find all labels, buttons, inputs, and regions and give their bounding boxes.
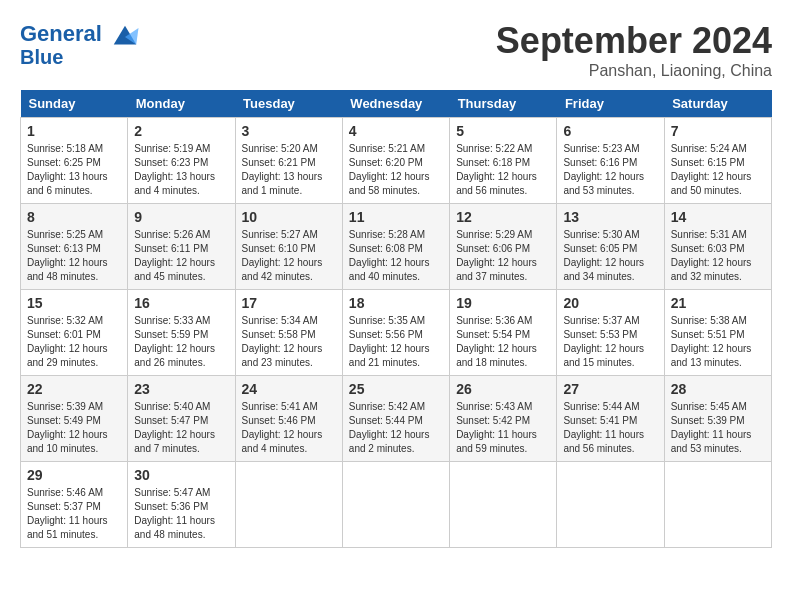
day-number: 9 xyxy=(134,209,228,225)
table-row: 15Sunrise: 5:32 AMSunset: 6:01 PMDayligh… xyxy=(21,290,128,376)
table-row: 12Sunrise: 5:29 AMSunset: 6:06 PMDayligh… xyxy=(450,204,557,290)
day-number: 29 xyxy=(27,467,121,483)
calendar-week-5: 29Sunrise: 5:46 AMSunset: 5:37 PMDayligh… xyxy=(21,462,772,548)
day-number: 11 xyxy=(349,209,443,225)
table-row: 21Sunrise: 5:38 AMSunset: 5:51 PMDayligh… xyxy=(664,290,771,376)
day-info: Sunrise: 5:47 AMSunset: 5:36 PMDaylight:… xyxy=(134,486,228,542)
day-number: 30 xyxy=(134,467,228,483)
day-info: Sunrise: 5:35 AMSunset: 5:56 PMDaylight:… xyxy=(349,314,443,370)
table-row: 13Sunrise: 5:30 AMSunset: 6:05 PMDayligh… xyxy=(557,204,664,290)
day-info: Sunrise: 5:23 AMSunset: 6:16 PMDaylight:… xyxy=(563,142,657,198)
day-number: 21 xyxy=(671,295,765,311)
day-info: Sunrise: 5:42 AMSunset: 5:44 PMDaylight:… xyxy=(349,400,443,456)
col-saturday: Saturday xyxy=(664,90,771,118)
table-row: 6Sunrise: 5:23 AMSunset: 6:16 PMDaylight… xyxy=(557,118,664,204)
day-number: 28 xyxy=(671,381,765,397)
table-row xyxy=(557,462,664,548)
table-row: 8Sunrise: 5:25 AMSunset: 6:13 PMDaylight… xyxy=(21,204,128,290)
header-row: Sunday Monday Tuesday Wednesday Thursday… xyxy=(21,90,772,118)
day-number: 8 xyxy=(27,209,121,225)
day-number: 27 xyxy=(563,381,657,397)
col-monday: Monday xyxy=(128,90,235,118)
table-row: 22Sunrise: 5:39 AMSunset: 5:49 PMDayligh… xyxy=(21,376,128,462)
day-info: Sunrise: 5:39 AMSunset: 5:49 PMDaylight:… xyxy=(27,400,121,456)
calendar-week-1: 1Sunrise: 5:18 AMSunset: 6:25 PMDaylight… xyxy=(21,118,772,204)
day-info: Sunrise: 5:32 AMSunset: 6:01 PMDaylight:… xyxy=(27,314,121,370)
day-info: Sunrise: 5:28 AMSunset: 6:08 PMDaylight:… xyxy=(349,228,443,284)
col-tuesday: Tuesday xyxy=(235,90,342,118)
table-row: 24Sunrise: 5:41 AMSunset: 5:46 PMDayligh… xyxy=(235,376,342,462)
logo: General Blue xyxy=(20,20,140,68)
table-row: 1Sunrise: 5:18 AMSunset: 6:25 PMDaylight… xyxy=(21,118,128,204)
day-number: 16 xyxy=(134,295,228,311)
table-row xyxy=(235,462,342,548)
table-row: 17Sunrise: 5:34 AMSunset: 5:58 PMDayligh… xyxy=(235,290,342,376)
day-info: Sunrise: 5:44 AMSunset: 5:41 PMDaylight:… xyxy=(563,400,657,456)
month-title: September 2024 xyxy=(496,20,772,62)
table-row: 29Sunrise: 5:46 AMSunset: 5:37 PMDayligh… xyxy=(21,462,128,548)
col-thursday: Thursday xyxy=(450,90,557,118)
day-number: 6 xyxy=(563,123,657,139)
day-info: Sunrise: 5:45 AMSunset: 5:39 PMDaylight:… xyxy=(671,400,765,456)
table-row: 4Sunrise: 5:21 AMSunset: 6:20 PMDaylight… xyxy=(342,118,449,204)
day-number: 20 xyxy=(563,295,657,311)
day-number: 3 xyxy=(242,123,336,139)
table-row: 20Sunrise: 5:37 AMSunset: 5:53 PMDayligh… xyxy=(557,290,664,376)
day-info: Sunrise: 5:27 AMSunset: 6:10 PMDaylight:… xyxy=(242,228,336,284)
day-info: Sunrise: 5:25 AMSunset: 6:13 PMDaylight:… xyxy=(27,228,121,284)
day-number: 13 xyxy=(563,209,657,225)
table-row: 10Sunrise: 5:27 AMSunset: 6:10 PMDayligh… xyxy=(235,204,342,290)
table-row: 5Sunrise: 5:22 AMSunset: 6:18 PMDaylight… xyxy=(450,118,557,204)
day-info: Sunrise: 5:21 AMSunset: 6:20 PMDaylight:… xyxy=(349,142,443,198)
day-info: Sunrise: 5:37 AMSunset: 5:53 PMDaylight:… xyxy=(563,314,657,370)
table-row: 11Sunrise: 5:28 AMSunset: 6:08 PMDayligh… xyxy=(342,204,449,290)
day-info: Sunrise: 5:41 AMSunset: 5:46 PMDaylight:… xyxy=(242,400,336,456)
day-info: Sunrise: 5:33 AMSunset: 5:59 PMDaylight:… xyxy=(134,314,228,370)
day-info: Sunrise: 5:38 AMSunset: 5:51 PMDaylight:… xyxy=(671,314,765,370)
day-number: 17 xyxy=(242,295,336,311)
day-info: Sunrise: 5:46 AMSunset: 5:37 PMDaylight:… xyxy=(27,486,121,542)
table-row: 2Sunrise: 5:19 AMSunset: 6:23 PMDaylight… xyxy=(128,118,235,204)
calendar-week-4: 22Sunrise: 5:39 AMSunset: 5:49 PMDayligh… xyxy=(21,376,772,462)
day-info: Sunrise: 5:22 AMSunset: 6:18 PMDaylight:… xyxy=(456,142,550,198)
table-row: 19Sunrise: 5:36 AMSunset: 5:54 PMDayligh… xyxy=(450,290,557,376)
day-info: Sunrise: 5:43 AMSunset: 5:42 PMDaylight:… xyxy=(456,400,550,456)
day-info: Sunrise: 5:31 AMSunset: 6:03 PMDaylight:… xyxy=(671,228,765,284)
day-number: 2 xyxy=(134,123,228,139)
day-number: 18 xyxy=(349,295,443,311)
table-row: 7Sunrise: 5:24 AMSunset: 6:15 PMDaylight… xyxy=(664,118,771,204)
day-info: Sunrise: 5:18 AMSunset: 6:25 PMDaylight:… xyxy=(27,142,121,198)
table-row: 9Sunrise: 5:26 AMSunset: 6:11 PMDaylight… xyxy=(128,204,235,290)
day-info: Sunrise: 5:24 AMSunset: 6:15 PMDaylight:… xyxy=(671,142,765,198)
col-friday: Friday xyxy=(557,90,664,118)
day-info: Sunrise: 5:30 AMSunset: 6:05 PMDaylight:… xyxy=(563,228,657,284)
day-number: 10 xyxy=(242,209,336,225)
table-row: 23Sunrise: 5:40 AMSunset: 5:47 PMDayligh… xyxy=(128,376,235,462)
day-number: 7 xyxy=(671,123,765,139)
day-info: Sunrise: 5:34 AMSunset: 5:58 PMDaylight:… xyxy=(242,314,336,370)
table-row: 25Sunrise: 5:42 AMSunset: 5:44 PMDayligh… xyxy=(342,376,449,462)
page-header: General Blue September 2024 Panshan, Lia… xyxy=(20,20,772,80)
logo-icon xyxy=(110,20,140,50)
day-number: 23 xyxy=(134,381,228,397)
table-row: 3Sunrise: 5:20 AMSunset: 6:21 PMDaylight… xyxy=(235,118,342,204)
table-row xyxy=(342,462,449,548)
day-number: 5 xyxy=(456,123,550,139)
day-info: Sunrise: 5:40 AMSunset: 5:47 PMDaylight:… xyxy=(134,400,228,456)
day-number: 1 xyxy=(27,123,121,139)
day-info: Sunrise: 5:20 AMSunset: 6:21 PMDaylight:… xyxy=(242,142,336,198)
table-row: 27Sunrise: 5:44 AMSunset: 5:41 PMDayligh… xyxy=(557,376,664,462)
day-number: 19 xyxy=(456,295,550,311)
day-info: Sunrise: 5:19 AMSunset: 6:23 PMDaylight:… xyxy=(134,142,228,198)
table-row: 18Sunrise: 5:35 AMSunset: 5:56 PMDayligh… xyxy=(342,290,449,376)
col-wednesday: Wednesday xyxy=(342,90,449,118)
day-number: 15 xyxy=(27,295,121,311)
calendar-week-2: 8Sunrise: 5:25 AMSunset: 6:13 PMDaylight… xyxy=(21,204,772,290)
location: Panshan, Liaoning, China xyxy=(496,62,772,80)
table-row xyxy=(450,462,557,548)
table-row: 28Sunrise: 5:45 AMSunset: 5:39 PMDayligh… xyxy=(664,376,771,462)
table-row: 16Sunrise: 5:33 AMSunset: 5:59 PMDayligh… xyxy=(128,290,235,376)
title-block: September 2024 Panshan, Liaoning, China xyxy=(496,20,772,80)
day-number: 26 xyxy=(456,381,550,397)
day-number: 22 xyxy=(27,381,121,397)
